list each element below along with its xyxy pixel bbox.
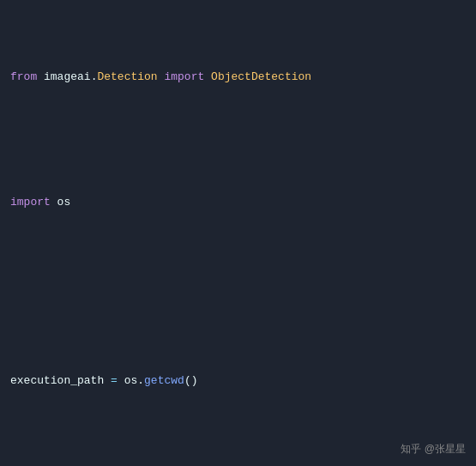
line-blank-4 [10,444,466,462]
line-blank-2 [10,265,466,283]
code-content: from imageai.Detection import ObjectDete… [10,15,466,466]
line-1: from imageai.Detection import ObjectDete… [10,69,466,87]
line-blank-3 [10,319,466,337]
line-blank-1 [10,141,466,159]
line-2: import os [10,194,466,212]
watermark: 知乎 @张星星 [401,441,466,457]
code-editor: from imageai.Detection import ObjectDete… [0,0,476,466]
line-3: execution_path = os.getcwd() [10,372,466,390]
